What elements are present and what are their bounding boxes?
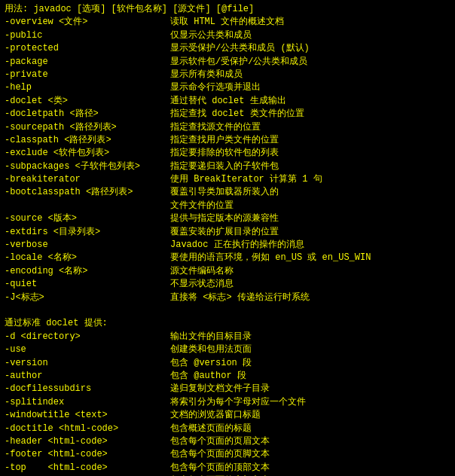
command-name: -subpackages <子软件包列表> <box>5 160 170 173</box>
table-row: -header <html-code>包含每个页面的页眉文本 <box>5 435 450 448</box>
command-name <box>5 200 170 212</box>
command-list: -overview <文件>读取 HTML 文件的概述文档-public仅显示公… <box>5 16 450 304</box>
command-desc: 覆盖引导类加载器所装入的 <box>170 186 450 199</box>
command-name: -docfilessubdirs <box>5 383 170 395</box>
command-name: -top <html-code> <box>5 462 170 474</box>
command-desc: 包含每个页面的页脚文本 <box>170 448 450 461</box>
command-name: -verbose <box>5 239 170 252</box>
command-name: -package <box>5 56 170 69</box>
command-name: -footer <html-code> <box>5 448 170 461</box>
command-name: -sourcepath <路径列表> <box>5 121 170 134</box>
table-row: -protected显示受保护/公共类和成员 (默认) <box>5 42 450 55</box>
command-desc: 显示所有类和成员 <box>170 69 450 81</box>
command-name: -author <box>5 370 170 383</box>
command-desc: 指定查找源文件的位置 <box>170 121 450 134</box>
table-row: -classpath <路径列表>指定查找用户类文件的位置 <box>5 134 450 147</box>
table-row: -author包含 @author 段 <box>5 370 450 383</box>
table-row: -footer <html-code>包含每个页面的页脚文本 <box>5 448 450 461</box>
command-desc: 指定要递归装入的子软件包 <box>170 160 450 173</box>
command-desc: 直接将 <标志> 传递给运行时系统 <box>170 291 450 304</box>
command-desc: 覆盖安装的扩展目录的位置 <box>170 226 450 239</box>
command-desc: 不显示状态消息 <box>170 278 450 291</box>
command-name: -encoding <名称> <box>5 265 170 278</box>
table-row: -bootclasspath <路径列表>覆盖引导类加载器所装入的 <box>5 186 450 199</box>
command-name: -header <html-code> <box>5 435 170 448</box>
table-row: -version包含 @version 段 <box>5 357 450 370</box>
usage-line: 用法: javadoc [选项] [软件包名称] [源文件] [@file] <box>5 3 450 16</box>
table-row: -J<标志>直接将 <标志> 传递给运行时系统 <box>5 291 450 304</box>
table-row: -public仅显示公共类和成员 <box>5 29 450 42</box>
table-row: 文件文件的位置 <box>5 200 450 212</box>
command-name: -quiet <box>5 278 170 291</box>
command-name: -classpath <路径列表> <box>5 134 170 147</box>
command-name: -protected <box>5 42 170 55</box>
table-row: -overview <文件>读取 HTML 文件的概述文档 <box>5 16 450 29</box>
command-name: -exclude <软件包列表> <box>5 147 170 160</box>
command-desc: 文件文件的位置 <box>170 200 450 212</box>
table-row: -private显示所有类和成员 <box>5 69 450 81</box>
command-name: -d <directory> <box>5 331 170 343</box>
command-desc: 通过替代 doclet 生成输出 <box>170 95 450 108</box>
table-row: -use创建类和包用法页面 <box>5 343 450 356</box>
command-desc: 将索引分为每个字母对应一个文件 <box>170 396 450 409</box>
command-desc: 读取 HTML 文件的概述文档 <box>170 16 450 29</box>
table-row: -subpackages <子软件包列表>指定要递归装入的子软件包 <box>5 160 450 173</box>
table-row: -d <directory>输出文件的目标目录 <box>5 331 450 343</box>
command-name: -bootclasspath <路径列表> <box>5 186 170 199</box>
table-row: -help显示命令行选项并退出 <box>5 81 450 94</box>
command-desc: 源文件编码名称 <box>170 265 450 278</box>
command-name: -private <box>5 69 170 81</box>
command-name: -use <box>5 343 170 356</box>
command-name: -docletpath <路径> <box>5 108 170 121</box>
command-name: -overview <文件> <box>5 16 170 29</box>
command-name: -version <box>5 357 170 370</box>
table-row: -locale <名称>要使用的语言环境，例如 en_US 或 en_US_WI… <box>5 252 450 264</box>
command-name: -splitindex <box>5 396 170 409</box>
table-row: -windowtitle <text>文档的浏览器窗口标题 <box>5 409 450 422</box>
command-desc: 创建类和包用法页面 <box>170 343 450 356</box>
blank-line <box>5 304 450 317</box>
command-desc: 文档的浏览器窗口标题 <box>170 409 450 422</box>
command-desc: 显示软件包/受保护/公共类和成员 <box>170 56 450 69</box>
section2-header: 通过标准 doclet 提供: <box>5 317 450 330</box>
table-row: -docfilessubdirs递归复制文档文件子目录 <box>5 383 450 395</box>
command-desc: 包含 @author 段 <box>170 370 450 383</box>
table-row: -extdirs <目录列表>覆盖安装的扩展目录的位置 <box>5 226 450 239</box>
command-list-2: -d <directory>输出文件的目标目录-use创建类和包用法页面-ver… <box>5 331 450 476</box>
command-desc: 使用 BreakIterator 计算第 1 句 <box>170 173 450 186</box>
command-name: -breakiterator <box>5 173 170 186</box>
terminal-window: 用法: javadoc [选项] [软件包名称] [源文件] [@file] -… <box>0 0 455 476</box>
table-row: -doclet <类>通过替代 doclet 生成输出 <box>5 95 450 108</box>
command-desc: 指定查找用户类文件的位置 <box>170 134 450 147</box>
command-desc: 指定查找 doclet 类文件的位置 <box>170 108 450 121</box>
table-row: -splitindex将索引分为每个字母对应一个文件 <box>5 396 450 409</box>
table-row: -exclude <软件包列表>指定要排除的软件包的列表 <box>5 147 450 160</box>
command-name: -extdirs <目录列表> <box>5 226 170 239</box>
command-name: -doctitle <html-code> <box>5 423 170 435</box>
table-row: -sourcepath <路径列表>指定查找源文件的位置 <box>5 121 450 134</box>
table-row: -verboseJavadoc 正在执行的操作的消息 <box>5 239 450 252</box>
command-desc: 包含 @version 段 <box>170 357 450 370</box>
command-name: -public <box>5 29 170 42</box>
table-row: -encoding <名称>源文件编码名称 <box>5 265 450 278</box>
command-desc: 显示命令行选项并退出 <box>170 81 450 94</box>
command-name: -locale <名称> <box>5 252 170 264</box>
command-desc: 递归复制文档文件子目录 <box>170 383 450 395</box>
command-desc: 显示受保护/公共类和成员 (默认) <box>170 42 450 55</box>
command-desc: 仅显示公共类和成员 <box>170 29 450 42</box>
command-desc: 提供与指定版本的源兼容性 <box>170 212 450 225</box>
command-desc: 指定要排除的软件包的列表 <box>170 147 450 160</box>
command-name: -windowtitle <text> <box>5 409 170 422</box>
command-name: -doclet <类> <box>5 95 170 108</box>
command-name: -help <box>5 81 170 94</box>
command-desc: 输出文件的目标目录 <box>170 331 450 343</box>
table-row: -docletpath <路径>指定查找 doclet 类文件的位置 <box>5 108 450 121</box>
command-desc: 要使用的语言环境，例如 en_US 或 en_US_WIN <box>170 252 450 264</box>
command-desc: 包含每个页面的顶部文本 <box>170 462 450 474</box>
table-row: -doctitle <html-code>包含概述页面的标题 <box>5 423 450 435</box>
command-desc: 包含概述页面的标题 <box>170 423 450 435</box>
command-name: -J<标志> <box>5 291 170 304</box>
command-name: -source <版本> <box>5 212 170 225</box>
table-row: -breakiterator使用 BreakIterator 计算第 1 句 <box>5 173 450 186</box>
table-row: -top <html-code>包含每个页面的顶部文本 <box>5 462 450 474</box>
